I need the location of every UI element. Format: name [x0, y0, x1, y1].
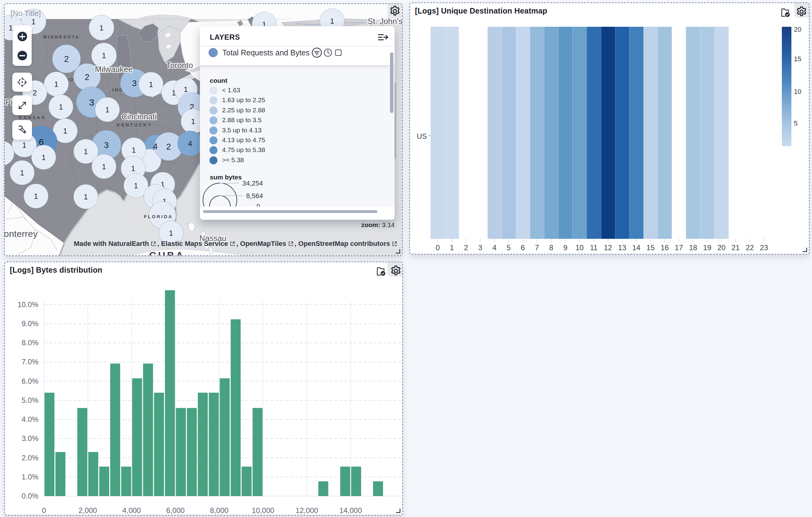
svg-text:1: 1 [149, 80, 153, 89]
svg-text:8,000: 8,000 [210, 506, 229, 515]
svg-text:4: 4 [153, 142, 157, 151]
svg-text:FLORIDA: FLORIDA [144, 214, 173, 219]
svg-text:2: 2 [64, 54, 68, 64]
svg-text:2: 2 [33, 89, 37, 97]
svg-text:1: 1 [31, 18, 35, 26]
svg-text:1: 1 [84, 193, 88, 201]
svg-text:Pi: Pi [5, 98, 12, 107]
svg-text:1: 1 [9, 24, 12, 32]
svg-text:3: 3 [104, 141, 109, 150]
svg-text:10.0%: 10.0% [18, 300, 38, 309]
svg-text:KENTUCKY: KENTUCKY [117, 122, 152, 128]
svg-text:KANSAS: KANSAS [19, 115, 46, 120]
svg-text:5.0%: 5.0% [22, 396, 38, 404]
svg-text:3: 3 [132, 79, 137, 88]
svg-text:2: 2 [85, 73, 89, 82]
svg-text:1: 1 [59, 103, 63, 111]
svg-text:0.0%: 0.0% [22, 492, 38, 500]
svg-text:2,000: 2,000 [79, 506, 97, 515]
svg-text:Toronto: Toronto [166, 61, 193, 70]
svg-text:1: 1 [169, 229, 173, 237]
svg-text:9.0%: 9.0% [22, 320, 38, 328]
svg-text:1: 1 [102, 162, 106, 171]
svg-text:Monterrey: Monterrey [5, 229, 38, 239]
svg-text:1: 1 [131, 164, 135, 173]
svg-text:14,000: 14,000 [339, 506, 362, 515]
svg-text:CUBA: CUBA [149, 250, 185, 255]
svg-text:8,564: 8,564 [246, 192, 263, 200]
svg-text:6.0%: 6.0% [22, 377, 38, 385]
svg-text:12,000: 12,000 [296, 506, 318, 515]
svg-text:1: 1 [134, 182, 138, 190]
svg-text:10,000: 10,000 [252, 506, 274, 515]
svg-text:8.0%: 8.0% [22, 338, 38, 347]
svg-text:Milwaukee: Milwaukee [95, 65, 133, 74]
svg-text:1: 1 [22, 141, 26, 149]
svg-text:1: 1 [184, 85, 187, 93]
svg-text:4,000: 4,000 [122, 506, 141, 515]
svg-text:2.0%: 2.0% [22, 454, 38, 462]
svg-text:1: 1 [41, 153, 46, 162]
svg-text:MINNESOTA: MINNESOTA [44, 34, 80, 39]
svg-text:1: 1 [191, 117, 195, 126]
svg-text:1: 1 [102, 51, 106, 60]
svg-text:1: 1 [54, 80, 58, 88]
svg-text:1.0%: 1.0% [22, 473, 38, 481]
svg-text:1: 1 [99, 24, 103, 32]
svg-text:4.0%: 4.0% [22, 415, 38, 424]
svg-text:7.0%: 7.0% [22, 358, 38, 366]
svg-text:6,000: 6,000 [166, 506, 184, 515]
svg-text:4: 4 [188, 139, 192, 148]
svg-text:1: 1 [63, 127, 67, 135]
svg-text:Cincinnati: Cincinnati [121, 112, 156, 121]
svg-text:1: 1 [105, 106, 109, 114]
svg-text:1: 1 [34, 192, 38, 200]
svg-text:1: 1 [20, 169, 24, 177]
svg-text:3: 3 [89, 97, 94, 107]
svg-text:1: 1 [330, 17, 334, 25]
svg-text:0: 0 [257, 202, 260, 207]
svg-text:2: 2 [166, 142, 171, 152]
svg-text:1: 1 [84, 147, 88, 156]
svg-text:0: 0 [42, 506, 46, 515]
svg-text:1: 1 [132, 146, 136, 154]
svg-text:34,254: 34,254 [242, 181, 263, 187]
svg-text:3.0%: 3.0% [22, 434, 38, 442]
